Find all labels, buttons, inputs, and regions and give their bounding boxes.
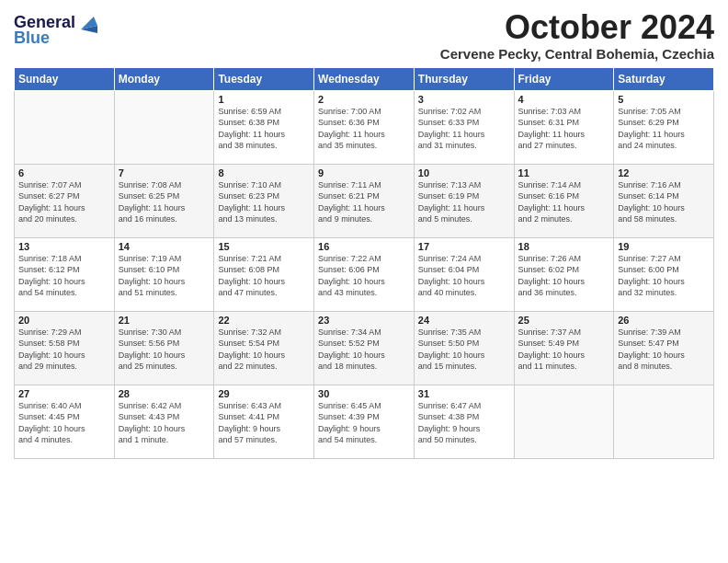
- day-info: Sunrise: 7:03 AM Sunset: 6:31 PM Dayligh…: [518, 106, 610, 152]
- day-info: Sunrise: 7:18 AM Sunset: 6:12 PM Dayligh…: [18, 253, 110, 299]
- day-number: 30: [318, 388, 410, 399]
- calendar-cell: 3Sunrise: 7:02 AM Sunset: 6:33 PM Daylig…: [414, 90, 514, 164]
- day-number: 21: [119, 315, 210, 326]
- calendar-cell: [614, 385, 714, 458]
- calendar-cell: 22Sunrise: 7:32 AM Sunset: 5:54 PM Dayli…: [214, 311, 314, 385]
- day-number: 13: [18, 241, 110, 252]
- day-info: Sunrise: 7:08 AM Sunset: 6:25 PM Dayligh…: [119, 179, 210, 225]
- week-row-1: 1Sunrise: 6:59 AM Sunset: 6:38 PM Daylig…: [15, 90, 714, 164]
- calendar-cell: 17Sunrise: 7:24 AM Sunset: 6:04 PM Dayli…: [414, 237, 514, 311]
- calendar-cell: 5Sunrise: 7:05 AM Sunset: 6:29 PM Daylig…: [614, 90, 714, 164]
- day-info: Sunrise: 7:32 AM Sunset: 5:54 PM Dayligh…: [218, 327, 310, 373]
- logo-text-blue: Blue: [14, 29, 50, 48]
- day-header-friday: Friday: [514, 67, 614, 90]
- calendar-header-row: SundayMondayTuesdayWednesdayThursdayFrid…: [15, 67, 714, 90]
- day-info: Sunrise: 7:34 AM Sunset: 5:52 PM Dayligh…: [318, 327, 410, 373]
- calendar-cell: 9Sunrise: 7:11 AM Sunset: 6:21 PM Daylig…: [314, 164, 415, 237]
- day-info: Sunrise: 7:02 AM Sunset: 6:33 PM Dayligh…: [418, 106, 510, 152]
- week-row-2: 6Sunrise: 7:07 AM Sunset: 6:27 PM Daylig…: [15, 164, 714, 237]
- day-info: Sunrise: 7:37 AM Sunset: 5:49 PM Dayligh…: [518, 327, 610, 373]
- calendar-cell: 28Sunrise: 6:42 AM Sunset: 4:43 PM Dayli…: [114, 385, 214, 458]
- logo: General Blue: [14, 13, 97, 48]
- day-number: 5: [618, 94, 710, 105]
- calendar-cell: 30Sunrise: 6:45 AM Sunset: 4:39 PM Dayli…: [314, 385, 415, 458]
- day-info: Sunrise: 7:14 AM Sunset: 6:16 PM Dayligh…: [518, 179, 610, 225]
- calendar-cell: 10Sunrise: 7:13 AM Sunset: 6:19 PM Dayli…: [414, 164, 514, 237]
- day-number: 4: [518, 94, 610, 105]
- week-row-5: 27Sunrise: 6:40 AM Sunset: 4:45 PM Dayli…: [15, 385, 714, 458]
- day-info: Sunrise: 7:10 AM Sunset: 6:23 PM Dayligh…: [218, 179, 310, 225]
- day-number: 3: [418, 94, 510, 105]
- calendar-cell: 16Sunrise: 7:22 AM Sunset: 6:06 PM Dayli…: [314, 237, 415, 311]
- day-info: Sunrise: 7:07 AM Sunset: 6:27 PM Dayligh…: [18, 179, 110, 225]
- day-info: Sunrise: 7:24 AM Sunset: 6:04 PM Dayligh…: [418, 253, 510, 299]
- calendar-cell: [114, 90, 214, 164]
- day-number: 16: [318, 241, 410, 252]
- day-info: Sunrise: 7:13 AM Sunset: 6:19 PM Dayligh…: [418, 179, 510, 225]
- day-info: Sunrise: 6:42 AM Sunset: 4:43 PM Dayligh…: [119, 400, 210, 446]
- day-header-monday: Monday: [114, 67, 214, 90]
- calendar-cell: 2Sunrise: 7:00 AM Sunset: 6:36 PM Daylig…: [314, 90, 415, 164]
- calendar-cell: 4Sunrise: 7:03 AM Sunset: 6:31 PM Daylig…: [514, 90, 614, 164]
- header: General Blue October 2024 Cervene Pecky,…: [14, 9, 714, 62]
- calendar-cell: 26Sunrise: 7:39 AM Sunset: 5:47 PM Dayli…: [614, 311, 714, 385]
- day-info: Sunrise: 7:16 AM Sunset: 6:14 PM Dayligh…: [618, 179, 710, 225]
- calendar-table: SundayMondayTuesdayWednesdayThursdayFrid…: [14, 67, 714, 459]
- day-info: Sunrise: 7:19 AM Sunset: 6:10 PM Dayligh…: [119, 253, 210, 299]
- day-number: 23: [318, 315, 410, 326]
- day-number: 10: [418, 167, 510, 178]
- day-number: 31: [418, 388, 510, 399]
- day-number: 19: [618, 241, 710, 252]
- day-info: Sunrise: 7:21 AM Sunset: 6:08 PM Dayligh…: [218, 253, 310, 299]
- day-info: Sunrise: 6:40 AM Sunset: 4:45 PM Dayligh…: [18, 400, 110, 446]
- calendar-cell: 31Sunrise: 6:47 AM Sunset: 4:38 PM Dayli…: [414, 385, 514, 458]
- calendar-cell: 7Sunrise: 7:08 AM Sunset: 6:25 PM Daylig…: [114, 164, 214, 237]
- day-number: 9: [318, 167, 410, 178]
- calendar-cell: 1Sunrise: 6:59 AM Sunset: 6:38 PM Daylig…: [214, 90, 314, 164]
- day-info: Sunrise: 6:45 AM Sunset: 4:39 PM Dayligh…: [318, 400, 410, 446]
- day-header-wednesday: Wednesday: [314, 67, 415, 90]
- calendar-cell: 14Sunrise: 7:19 AM Sunset: 6:10 PM Dayli…: [114, 237, 214, 311]
- day-info: Sunrise: 7:11 AM Sunset: 6:21 PM Dayligh…: [318, 179, 410, 225]
- day-number: 22: [218, 315, 310, 326]
- week-row-4: 20Sunrise: 7:29 AM Sunset: 5:58 PM Dayli…: [15, 311, 714, 385]
- day-number: 28: [119, 388, 210, 399]
- day-number: 24: [418, 315, 510, 326]
- calendar-cell: 13Sunrise: 7:18 AM Sunset: 6:12 PM Dayli…: [15, 237, 115, 311]
- day-number: 18: [518, 241, 610, 252]
- month-title: October 2024: [440, 9, 714, 46]
- day-info: Sunrise: 6:43 AM Sunset: 4:41 PM Dayligh…: [218, 400, 310, 446]
- day-number: 14: [119, 241, 210, 252]
- day-number: 7: [119, 167, 210, 178]
- calendar-cell: 24Sunrise: 7:35 AM Sunset: 5:50 PM Dayli…: [414, 311, 514, 385]
- day-info: Sunrise: 7:35 AM Sunset: 5:50 PM Dayligh…: [418, 327, 510, 373]
- day-info: Sunrise: 6:47 AM Sunset: 4:38 PM Dayligh…: [418, 400, 510, 446]
- calendar-body: 1Sunrise: 6:59 AM Sunset: 6:38 PM Daylig…: [15, 90, 714, 458]
- day-header-sunday: Sunday: [15, 67, 115, 90]
- day-info: Sunrise: 7:05 AM Sunset: 6:29 PM Dayligh…: [618, 106, 710, 152]
- day-info: Sunrise: 6:59 AM Sunset: 6:38 PM Dayligh…: [218, 106, 310, 152]
- day-info: Sunrise: 7:30 AM Sunset: 5:56 PM Dayligh…: [119, 327, 210, 373]
- week-row-3: 13Sunrise: 7:18 AM Sunset: 6:12 PM Dayli…: [15, 237, 714, 311]
- calendar-cell: 21Sunrise: 7:30 AM Sunset: 5:56 PM Dayli…: [114, 311, 214, 385]
- day-number: 20: [18, 315, 110, 326]
- day-number: 27: [18, 388, 110, 399]
- day-info: Sunrise: 7:27 AM Sunset: 6:00 PM Dayligh…: [618, 253, 710, 299]
- day-header-tuesday: Tuesday: [214, 67, 314, 90]
- calendar-cell: 23Sunrise: 7:34 AM Sunset: 5:52 PM Dayli…: [314, 311, 415, 385]
- day-header-thursday: Thursday: [414, 67, 514, 90]
- day-number: 15: [218, 241, 310, 252]
- calendar-cell: 25Sunrise: 7:37 AM Sunset: 5:49 PM Dayli…: [514, 311, 614, 385]
- day-number: 8: [218, 167, 310, 178]
- day-number: 17: [418, 241, 510, 252]
- calendar-cell: 29Sunrise: 6:43 AM Sunset: 4:41 PM Dayli…: [214, 385, 314, 458]
- day-number: 12: [618, 167, 710, 178]
- day-number: 25: [518, 315, 610, 326]
- calendar-cell: 20Sunrise: 7:29 AM Sunset: 5:58 PM Dayli…: [15, 311, 115, 385]
- calendar-cell: [15, 90, 115, 164]
- calendar-cell: 19Sunrise: 7:27 AM Sunset: 6:00 PM Dayli…: [614, 237, 714, 311]
- calendar-cell: [514, 385, 614, 458]
- calendar-cell: 15Sunrise: 7:21 AM Sunset: 6:08 PM Dayli…: [214, 237, 314, 311]
- day-number: 2: [318, 94, 410, 105]
- day-info: Sunrise: 7:00 AM Sunset: 6:36 PM Dayligh…: [318, 106, 410, 152]
